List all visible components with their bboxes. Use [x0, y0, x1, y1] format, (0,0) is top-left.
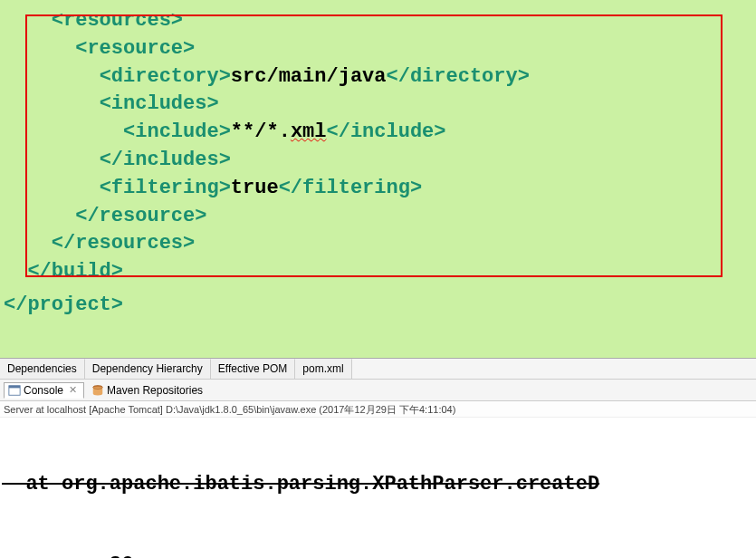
view-maven-repositories[interactable]: Maven Repositories	[88, 383, 206, 398]
console-process-status: Server at localhost [Apache Tomcat] D:\J…	[0, 401, 756, 418]
bottom-views-tabbar: Console ✕ Maven Repositories	[0, 380, 756, 401]
pom-xml-editor[interactable]: <resources> <resource> <directory>src/ma…	[0, 0, 756, 358]
console-line: at org.apache.ibatis.parsing.XPathParser…	[2, 471, 754, 498]
tab-dependency-hierarchy[interactable]: Dependency Hierarchy	[85, 359, 211, 379]
view-maven-repos-label: Maven Repositories	[107, 384, 203, 397]
console-output[interactable]: at org.apache.ibatis.parsing.XPathParser…	[0, 418, 756, 558]
console-icon	[8, 384, 21, 397]
tab-effective-pom[interactable]: Effective POM	[211, 359, 295, 379]
tab-dependencies[interactable]: Dependencies	[0, 359, 85, 379]
maven-repo-icon	[91, 384, 104, 397]
pom-editor-tabs: Dependencies Dependency Hierarchy Effect…	[0, 358, 756, 380]
tab-pom-xml[interactable]: pom.xml	[295, 359, 351, 379]
view-console[interactable]: Console ✕	[4, 382, 84, 399]
highlight-box	[25, 14, 723, 277]
console-line: ... 36 more	[2, 552, 754, 558]
close-icon[interactable]: ✕	[66, 384, 80, 396]
svg-rect-1	[9, 385, 20, 388]
view-console-label: Console	[24, 384, 63, 397]
